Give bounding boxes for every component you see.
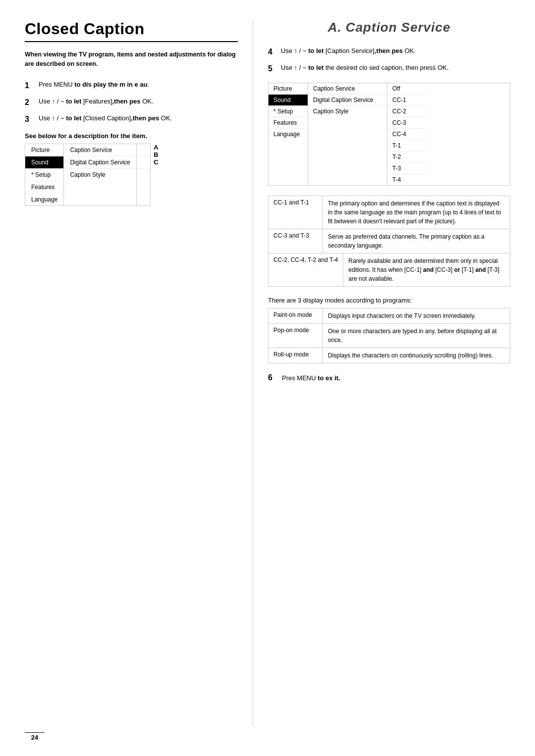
big-menu-cc3: CC-3 — [387, 117, 427, 129]
right-step-4-text: Use ↑ / ~ to let [Caption Service],then … — [281, 46, 510, 56]
right-step-4-num: 4 — [268, 46, 277, 58]
modes-key-roll: Roll-up mode — [268, 348, 323, 363]
left-col3-item2 — [137, 156, 150, 169]
modes-row-roll: Roll-up mode Displays the characters on … — [268, 348, 510, 363]
menu-item-language: Language — [25, 194, 63, 205]
right-step-5: 5 Use ↑ / ~ to let the desired clo sed c… — [268, 63, 510, 75]
big-menu-table: Picture Sound * Setup Features Language … — [268, 83, 510, 186]
page-number: 24 — [25, 732, 45, 741]
modes-key-pop: Pop-on mode — [268, 324, 323, 348]
left-menu-col2: Caption Service Digital Caption Service … — [64, 144, 136, 205]
left-col3-item1 — [137, 144, 150, 156]
abc-labels: A B C — [154, 144, 158, 166]
left-menu-col1: Picture Sound * Setup Features Language — [25, 144, 64, 205]
left-menu-table: Picture Sound * Setup Features Language … — [25, 144, 151, 206]
step-3-text: Use ↑ / ~ to let [Closed Caption],then p… — [39, 113, 238, 123]
menu-item-caption-style: Caption Style — [64, 169, 136, 181]
step-1: 1 Pres MENU to dis play the m in e au. — [25, 80, 238, 92]
big-menu-sound: Sound — [268, 95, 308, 106]
big-menu-t4: T-4 — [387, 174, 427, 185]
step-6-num: 6 — [268, 373, 277, 382]
menu-item-setup: * Setup — [25, 169, 63, 181]
left-menu-col3 — [137, 144, 150, 205]
modes-intro: There are 3 display modes according to p… — [268, 297, 510, 304]
big-menu-digital-caption: Digital Caption Service — [308, 95, 387, 106]
modes-val-roll: Displays the characters on continuously … — [323, 348, 510, 363]
big-menu-cc2: CC-2 — [387, 106, 427, 117]
left-column: Closed Caption When viewing the TV progr… — [25, 20, 253, 726]
desc-val-cc2t2: Rarely available and are determined them… — [343, 253, 510, 286]
desc-key-cc2t2: CC-2, CC-4, T-2 and T-4 — [268, 253, 343, 286]
right-step-5-text: Use ↑ / ~ to let the desired clo sed cap… — [281, 63, 510, 73]
description-table: CC-1 and T-1 The primary option and dete… — [268, 196, 510, 287]
desc-val-cc1t1: The primary option and determines if the… — [323, 196, 510, 229]
big-menu-cc4: CC-4 — [387, 129, 427, 140]
step-3-num: 3 — [25, 113, 34, 125]
big-menu-col2: Caption Service Digital Caption Service … — [308, 83, 387, 185]
see-below-text: See below for a description for the item… — [25, 132, 238, 140]
modes-key-paint: Paint-on mode — [268, 308, 323, 323]
label-b: B — [154, 151, 158, 158]
desc-row-cc3t3: CC-3 and T-3 Serve as preferred data cha… — [268, 229, 510, 253]
menu-item-sound: Sound — [25, 156, 63, 169]
right-title: A. Caption Service — [268, 20, 510, 35]
intro-text: When viewing the TV program, items and n… — [25, 50, 238, 69]
desc-val-cc3t3: Serve as preferred data channels. The pr… — [323, 229, 510, 253]
menu-item-picture: Picture — [25, 144, 63, 156]
menu-item-features: Features — [25, 181, 63, 194]
big-menu-language: Language — [268, 129, 308, 140]
step-1-num: 1 — [25, 80, 34, 92]
modes-val-pop: One or more characters are typed in any,… — [323, 324, 510, 348]
right-step-4: 4 Use ↑ / ~ to let [Caption Service],the… — [268, 46, 510, 58]
step-2: 2 Use ↑ / ~ to let [Features],then pes O… — [25, 97, 238, 108]
menu-item-caption-service: Caption Service — [64, 144, 136, 156]
big-menu-setup: * Setup — [268, 106, 308, 117]
big-menu-t2: T-2 — [387, 151, 427, 163]
step-2-num: 2 — [25, 97, 34, 108]
modes-row-paint: Paint-on mode Displays input characters … — [268, 308, 510, 324]
right-step-5-num: 5 — [268, 63, 277, 75]
desc-key-cc3t3: CC-3 and T-3 — [268, 229, 323, 253]
big-menu-picture: Picture — [268, 83, 308, 95]
desc-row-cc1t1: CC-1 and T-1 The primary option and dete… — [268, 196, 510, 229]
step-1-text: Pres MENU to dis play the m in e au. — [39, 80, 238, 90]
modes-table: Paint-on mode Displays input characters … — [268, 308, 510, 363]
left-col3-item3 — [137, 169, 150, 181]
big-menu-col3: Off CC-1 CC-2 CC-3 CC-4 T-1 T-2 T-3 T-4 — [387, 83, 427, 185]
desc-row-cc2t2: CC-2, CC-4, T-2 and T-4 Rarely available… — [268, 253, 510, 286]
right-column: A. Caption Service 4 Use ↑ / ~ to let [C… — [253, 20, 510, 726]
step-6: 6 Pres MENU to ex it. — [268, 373, 510, 383]
big-menu-t1: T-1 — [387, 140, 427, 151]
step-3: 3 Use ↑ / ~ to let [Closed Caption],then… — [25, 113, 238, 125]
label-c: C — [154, 158, 158, 166]
big-menu-caption-service: Caption Service — [308, 83, 387, 95]
left-steps: 1 Pres MENU to dis play the m in e au. 2… — [25, 80, 238, 125]
desc-key-cc1t1: CC-1 and T-1 — [268, 196, 323, 229]
label-a: A — [154, 144, 158, 151]
menu-item-digital-caption: Digital Caption Service — [64, 156, 136, 169]
big-menu-off: Off — [387, 83, 427, 95]
left-menu-outer: Picture Sound * Setup Features Language … — [25, 144, 238, 216]
step-6-text: Pres MENU to ex it. — [282, 373, 510, 383]
big-menu-caption-style: Caption Style — [308, 106, 387, 117]
big-menu-col1: Picture Sound * Setup Features Language — [268, 83, 308, 185]
right-steps: 4 Use ↑ / ~ to let [Caption Service],the… — [268, 46, 510, 75]
section-title: Closed Caption — [25, 20, 238, 42]
big-menu-features: Features — [268, 117, 308, 129]
step-2-text: Use ↑ / ~ to let [Features],then pes OK. — [39, 97, 238, 106]
big-menu-cc1: CC-1 — [387, 95, 427, 106]
modes-val-paint: Displays input characters on the TV scre… — [323, 308, 510, 323]
modes-row-pop: Pop-on mode One or more characters are t… — [268, 324, 510, 348]
big-menu-t3: T-3 — [387, 163, 427, 174]
